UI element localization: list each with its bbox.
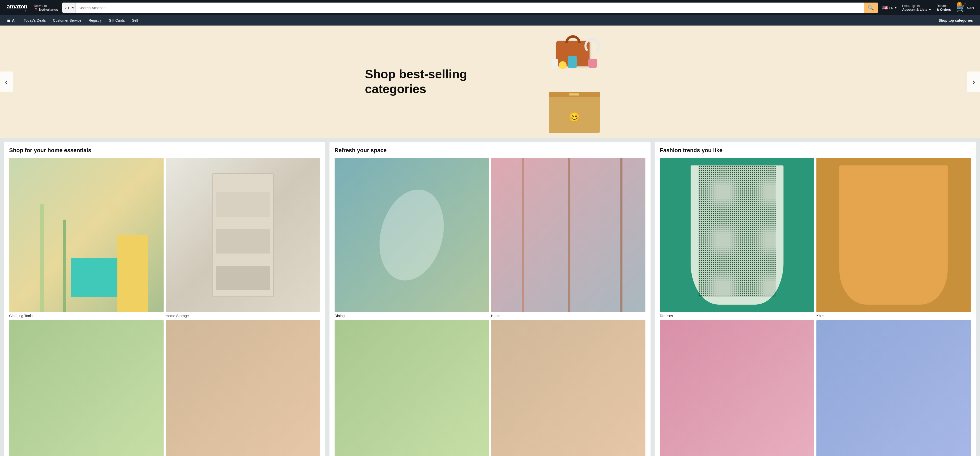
card-image-dresses[interactable]: Dresses [660,158,814,318]
home-label: Home [491,314,646,318]
card-refresh-space-images: Dining Home [334,158,646,456]
cleaning-tools-image [9,158,164,312]
nav-item-todays-deals[interactable]: Today's Deals [21,16,49,24]
nav-bar: ☰ All Today's Deals Customer Service Reg… [0,15,980,26]
cart-area[interactable]: 🛒 0 Cart [954,1,976,14]
hero-banner: ‹ Shop best-selling categories [0,26,980,138]
card-image-more-2[interactable] [165,320,320,456]
cart-icon: 🛒 0 [956,3,966,13]
dining-label: Dining [334,314,489,318]
more3-image [334,320,489,456]
chevron-left-icon: ‹ [5,77,8,86]
language-label: EN [889,6,894,10]
search-icon: 🔍 [868,5,874,11]
search-category-select[interactable]: All [62,3,76,13]
deliver-to-area[interactable]: Deliver to 📍 Netherlands [32,3,60,13]
card-image-home[interactable]: Home [491,158,646,318]
returns-label: Returns [937,4,951,8]
card-refresh-space-title: Refresh your space [334,147,646,154]
logo-text: amazon [6,3,27,10]
card-fashion-trends: Fashion trends you like Dresses Knits [655,142,976,456]
card-refresh-space: Refresh your space Dining [329,142,651,456]
dresses-image [660,158,814,312]
more2-image [165,320,320,456]
card-image-more-5[interactable] [660,320,814,456]
nav-item-sell[interactable]: Sell [129,16,141,24]
nav-item-all[interactable]: ☰ All [4,16,20,24]
search-button[interactable]: 🔍 [864,3,878,13]
deliver-to-label: Deliver to [34,4,58,8]
card-image-knits[interactable]: Knits [816,158,971,318]
hero-prev-button[interactable]: ‹ [0,72,13,92]
card-home-essentials-title: Shop for your home essentials [9,147,320,154]
search-input[interactable] [76,3,864,13]
amazon-logo[interactable]: amazon ⤵︎ [4,2,30,14]
returns-area[interactable]: Returns & Orders [935,3,953,13]
more5-image [660,320,814,456]
chevron-down-icon: ▼ [894,6,897,9]
header-top: amazon ⤵︎ Deliver to 📍 Netherlands All 🔍 [0,0,980,26]
nav-item-shop-top[interactable]: Shop top categories [935,16,976,24]
nav-item-gift-cards[interactable]: Gift Cards [106,16,128,24]
card-fashion-trends-images: Dresses Knits [660,158,971,456]
more4-image [491,320,646,456]
card-image-more-1[interactable] [9,320,164,456]
orders-label: & Orders [937,8,951,11]
card-image-home-storage[interactable]: Home Storage [165,158,320,318]
nav-item-registry[interactable]: Registry [86,16,105,24]
language-selector[interactable]: 🇺🇸 EN ▼ [880,3,899,12]
account-label: Account & Lists ▼ [902,8,932,11]
card-image-more-3[interactable] [334,320,489,456]
chevron-right-icon: › [972,77,975,86]
knits-image [816,158,971,312]
hero-next-button[interactable]: › [967,72,980,92]
card-home-essentials: Shop for your home essentials Cleaning T… [4,142,325,456]
nav-item-customer-service[interactable]: Customer Service [50,16,84,24]
card-image-dining[interactable]: Dining [334,158,489,318]
card-image-more-6[interactable] [816,320,971,456]
dresses-label: Dresses [660,314,814,318]
location-pin-icon: 📍 [34,8,38,11]
account-chevron-icon: ▼ [928,8,932,11]
cart-count: 0 [957,2,962,6]
product-grid: Shop for your home essentials Cleaning T… [0,138,980,456]
hamburger-icon: ☰ [7,18,11,22]
hero-image: 😊 [533,36,615,128]
hero-title: Shop best-selling categories [365,67,505,96]
hero-content: Shop best-selling categories [350,36,630,128]
card-fashion-trends-title: Fashion trends you like [660,147,971,154]
more6-image [816,320,971,456]
card-image-cleaning-tools[interactable]: Cleaning Tools [9,158,164,318]
card-image-more-4[interactable] [491,320,646,456]
account-area[interactable]: Hello, sign in Account & Lists ▼ [900,3,934,13]
search-bar: All 🔍 [62,3,878,13]
cleaning-tools-label: Cleaning Tools [9,314,164,318]
cart-label: Cart [967,6,974,10]
more1-image [9,320,164,456]
home-storage-label: Home Storage [165,314,320,318]
logo-smile: ⤵︎ [6,10,27,13]
card-home-essentials-images: Cleaning Tools Home Storage [9,158,320,456]
knits-label: Knits [816,314,971,318]
hello-text: Hello, sign in [902,4,932,8]
home-image [491,158,646,312]
deliver-country: 📍 Netherlands [34,8,58,11]
flag-icon: 🇺🇸 [882,5,888,11]
dining-image [334,158,489,312]
home-storage-image [165,158,320,312]
header-right: 🇺🇸 EN ▼ Hello, sign in Account & Lists ▼… [880,1,976,14]
